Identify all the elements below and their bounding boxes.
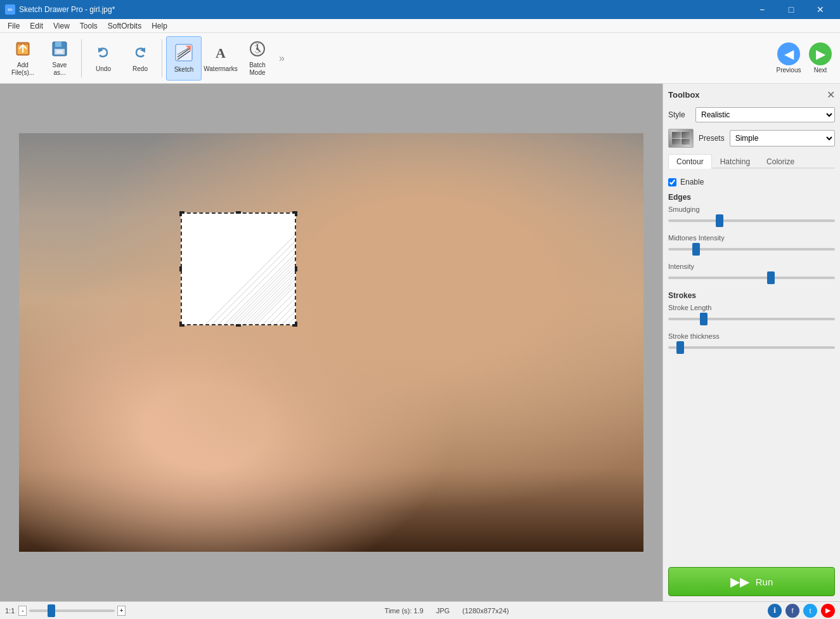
next-icon: ▶	[809, 42, 832, 65]
svg-line-24	[269, 299, 295, 324]
save-as-button[interactable]: Saveas...	[42, 36, 77, 81]
menu-edit[interactable]: Edit	[25, 20, 48, 32]
next-button[interactable]: ▶ Next	[806, 36, 835, 81]
undo-button[interactable]: Undo	[86, 36, 121, 81]
selection-box[interactable]	[181, 212, 296, 325]
intensity-label: Intensity	[668, 263, 835, 270]
menu-help[interactable]: Help	[146, 20, 172, 32]
toolbox-panel: Toolbox ✕ Style Realistic Simple Detaile…	[662, 84, 840, 601]
add-file-button[interactable]: AddFile(s)...	[5, 36, 41, 81]
svg-point-15	[256, 48, 259, 50]
redo-label: Redo	[132, 65, 148, 72]
presets-select[interactable]: Simple Medium Complex	[730, 130, 835, 147]
smudging-track	[668, 215, 835, 226]
style-label: Style	[668, 110, 690, 119]
menu-file[interactable]: File	[3, 20, 25, 32]
sketch-button[interactable]: Sketch	[166, 36, 202, 81]
intensity-slider[interactable]	[668, 277, 835, 279]
menu-view[interactable]: View	[48, 20, 75, 32]
previous-button[interactable]: ◀ Previous	[774, 36, 803, 81]
youtube-button[interactable]: ▶	[821, 604, 835, 618]
svg-line-33	[235, 264, 295, 324]
panel-content: Enable Edges Smudging Midtones Intensity	[668, 175, 835, 363]
svg-line-16	[238, 267, 295, 324]
svg-line-21	[257, 286, 295, 324]
tab-bar: Contour Hatching Colorize	[668, 154, 835, 169]
face-area	[19, 133, 643, 552]
menu-tools[interactable]: Tools	[75, 20, 103, 32]
smudging-label: Smudging	[668, 205, 835, 213]
status-left: 1:1 - +	[5, 606, 126, 616]
add-file-label: AddFile(s)...	[11, 62, 34, 77]
menu-softorbits[interactable]: SoftOrbits	[103, 20, 146, 32]
maximize-button[interactable]: □	[777, 0, 806, 19]
close-button[interactable]: ✕	[806, 0, 835, 19]
toolbox-header: Toolbox ✕	[668, 89, 835, 101]
zoom-in-button[interactable]: +	[117, 606, 126, 616]
watermarks-icon: A	[212, 44, 229, 64]
svg-line-20	[250, 280, 295, 324]
photo-background	[19, 133, 643, 552]
smudging-slider[interactable]	[668, 219, 835, 222]
status-bar: 1:1 - + Time (s): 1.9 JPG (1280x877x24) …	[0, 601, 840, 619]
minimize-button[interactable]: −	[747, 0, 777, 19]
batch-mode-button[interactable]: BatchMode	[240, 36, 275, 81]
redo-icon	[131, 44, 149, 64]
tab-contour[interactable]: Contour	[668, 154, 712, 169]
enable-row: Enable	[668, 178, 835, 186]
save-as-label: Saveas...	[53, 62, 67, 77]
sketch-preview	[182, 214, 295, 324]
main-layout: Toolbox ✕ Style Realistic Simple Detaile…	[0, 84, 840, 601]
stroke-thickness-track	[668, 342, 835, 353]
title-bar: ✏ Sketch Drawer Pro - girl.jpg* − □ ✕	[0, 0, 840, 19]
previous-icon: ◀	[777, 42, 800, 65]
tab-hatching[interactable]: Hatching	[712, 154, 758, 169]
social-buttons: ℹ f t ▶	[768, 604, 835, 618]
svg-line-18	[225, 254, 295, 324]
toolbar-separator-2	[162, 39, 162, 77]
sketch-icon	[174, 43, 193, 65]
tab-colorize[interactable]: Colorize	[758, 154, 803, 169]
svg-line-19	[244, 273, 295, 324]
status-right: ℹ f t ▶	[768, 604, 835, 618]
nav-buttons: ◀ Previous ▶ Next	[774, 36, 835, 81]
info-button[interactable]: ℹ	[768, 604, 782, 618]
midtones-slider-group: Midtones Intensity	[668, 234, 835, 255]
style-select[interactable]: Realistic Simple Detailed	[695, 107, 835, 122]
midtones-slider[interactable]	[668, 248, 835, 251]
stroke-thickness-slider[interactable]	[668, 346, 835, 349]
add-file-icon	[14, 40, 32, 60]
previous-label: Previous	[777, 67, 801, 74]
stroke-length-slider[interactable]	[668, 318, 835, 320]
undo-icon	[94, 44, 112, 64]
status-center: Time (s): 1.9 JPG (1280x877x24)	[132, 607, 761, 615]
enable-checkbox[interactable]	[668, 178, 676, 186]
presets-label: Presets	[699, 134, 725, 143]
sketch-lines-svg	[193, 223, 295, 324]
undo-label: Undo	[96, 65, 111, 72]
facebook-button[interactable]: f	[785, 604, 799, 618]
image-container	[0, 84, 662, 601]
save-icon	[51, 40, 68, 60]
run-icon: ▶▶	[730, 574, 749, 589]
watermarks-label: Watermarks	[204, 65, 238, 72]
zoom-level: 1:1	[5, 607, 15, 615]
strokes-header: Strokes	[668, 291, 835, 300]
svg-line-27	[288, 318, 295, 324]
zoom-out-button[interactable]: -	[18, 606, 27, 616]
svg-line-29	[206, 235, 295, 324]
watermarks-button[interactable]: A Watermarks	[203, 36, 238, 81]
stroke-thickness-label: Stroke thickness	[668, 332, 835, 340]
presets-icon	[668, 129, 694, 148]
edges-header: Edges	[668, 193, 835, 202]
svg-rect-6	[56, 50, 63, 53]
canvas-area[interactable]	[0, 84, 662, 601]
toolbox-close-button[interactable]: ✕	[827, 89, 835, 101]
twitter-button[interactable]: t	[803, 604, 817, 618]
zoom-slider[interactable]	[29, 609, 115, 612]
enable-label[interactable]: Enable	[680, 178, 704, 186]
run-button[interactable]: ▶▶ Run	[668, 567, 835, 596]
redo-button[interactable]: Redo	[122, 36, 158, 81]
midtones-label: Midtones Intensity	[668, 234, 835, 242]
zoom-controls: - +	[18, 606, 126, 616]
